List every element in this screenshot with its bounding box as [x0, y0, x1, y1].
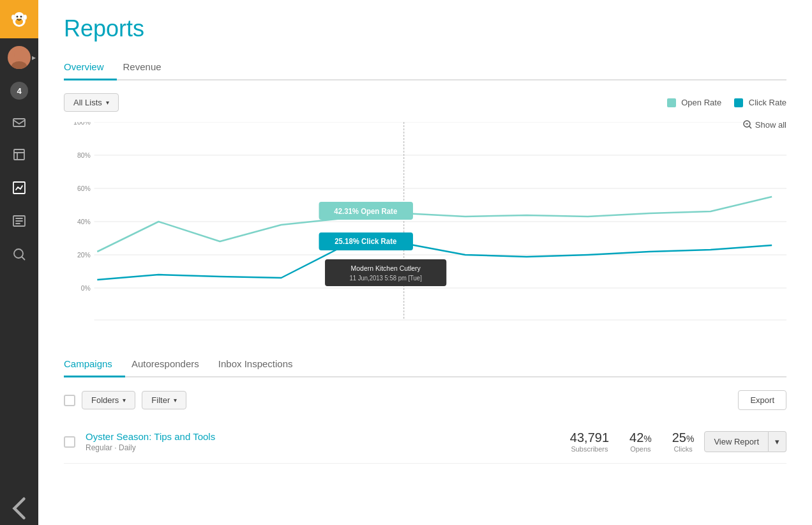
lists-icon	[11, 213, 27, 229]
svg-point-2	[15, 19, 23, 25]
page-title: Reports	[64, 0, 786, 55]
all-lists-label: All Lists	[73, 98, 102, 107]
subscribers-stat: 43,791 Subscribers	[570, 430, 609, 453]
campaign-controls: Folders ▾ Filter ▾ Export	[64, 390, 786, 410]
select-all-checkbox[interactable]	[64, 395, 75, 406]
campaign-type: Regular · Daily	[86, 443, 560, 452]
view-report-split-button[interactable]: ▾	[769, 431, 786, 452]
sidebar-item-reports[interactable]	[0, 171, 38, 204]
svg-text:20%: 20%	[77, 251, 91, 259]
tab-revenue[interactable]: Revenue	[123, 55, 174, 80]
show-all-label: Show all	[755, 120, 786, 130]
click-rate-label: Click Rate	[749, 98, 786, 107]
sidebar-item-search[interactable]	[0, 238, 38, 271]
filter-chevron-icon: ▾	[174, 397, 177, 404]
svg-point-3	[17, 16, 19, 18]
svg-text:11 Jun,2013 5:58 pm [Tue]: 11 Jun,2013 5:58 pm [Tue]	[350, 275, 423, 282]
open-rate-dot	[667, 98, 676, 107]
sidebar-item-lists[interactable]	[0, 204, 38, 238]
sidebar-item-templates[interactable]	[0, 138, 38, 171]
sidebar-collapse[interactable]	[0, 492, 38, 525]
svg-text:40%: 40%	[77, 218, 91, 225]
campaign-info: Oyster Season: Tips and Tools Regular · …	[86, 431, 560, 452]
sidebar: ▶ 4	[0, 0, 38, 525]
folders-dropdown[interactable]: Folders ▾	[82, 391, 135, 409]
svg-rect-9	[13, 119, 25, 126]
avatar-image	[8, 46, 31, 69]
svg-point-4	[20, 16, 22, 18]
click-rate-dot	[734, 98, 743, 107]
tab-campaigns[interactable]: Campaigns	[64, 352, 125, 377]
overview-tabs: Overview Revenue	[64, 55, 786, 80]
opens-count: 42%	[629, 430, 652, 445]
reports-icon	[11, 180, 27, 195]
campaign-tabs: Campaigns Autoresponders Inbox Inspectio…	[64, 352, 786, 377]
opens-stat: 42% Opens	[629, 430, 652, 453]
clicks-label: Clicks	[672, 445, 695, 453]
opens-label: Opens	[629, 445, 652, 453]
svg-text:25.18% Click Rate: 25.18% Click Rate	[335, 237, 396, 245]
campaigns-icon	[11, 114, 27, 129]
split-chevron-icon: ▾	[775, 437, 779, 446]
svg-point-6	[23, 15, 27, 20]
svg-text:42.31% Open Rate: 42.31% Open Rate	[334, 207, 397, 215]
svg-text:Modern Kitchen Cutlery: Modern Kitchen Cutlery	[351, 264, 421, 272]
show-all-button[interactable]: Show all	[742, 119, 786, 130]
line-chart: 100% 80% 60% 40% 20% 0% 42.31% Open Rate	[64, 122, 786, 326]
filter-dropdown[interactable]: Filter ▾	[142, 391, 186, 409]
subscribers-count: 43,791	[570, 430, 609, 445]
svg-text:60%: 60%	[77, 185, 91, 192]
chevron-down-icon: ▾	[106, 99, 109, 106]
campaign-name[interactable]: Oyster Season: Tips and Tools	[86, 431, 560, 442]
svg-point-8	[11, 61, 27, 69]
tab-overview[interactable]: Overview	[64, 55, 117, 80]
notifications-badge[interactable]: 4	[0, 77, 38, 105]
chart-area: Show all 100% 80% 60% 40% 20% 0%	[64, 122, 786, 333]
svg-text:100%: 100%	[73, 122, 91, 126]
zoom-out-icon	[742, 119, 753, 130]
folders-chevron-icon: ▾	[123, 397, 126, 404]
table-row: Oyster Season: Tips and Tools Regular · …	[64, 420, 786, 464]
chart-legend: Open Rate Click Rate	[667, 98, 786, 108]
clicks-count: 25%	[672, 430, 695, 445]
sidebar-item-campaigns[interactable]	[0, 105, 38, 138]
logo-icon	[8, 8, 31, 31]
svg-text:80%: 80%	[77, 151, 91, 159]
badge-count: 4	[10, 82, 28, 100]
tab-autoresponders[interactable]: Autoresponders	[132, 352, 212, 377]
main-content: Reports Overview Revenue All Lists ▾ Ope…	[38, 0, 812, 525]
legend-open-rate: Open Rate	[667, 98, 722, 108]
legend-click-rate: Click Rate	[734, 98, 786, 108]
folders-label: Folders	[91, 395, 119, 405]
clicks-stat: 25% Clicks	[672, 430, 695, 453]
svg-point-7	[14, 50, 24, 60]
view-report-button[interactable]: View Report	[704, 431, 769, 452]
svg-rect-10	[14, 149, 24, 160]
row-checkbox[interactable]	[64, 436, 75, 448]
svg-rect-35	[325, 259, 446, 286]
svg-point-5	[11, 15, 15, 20]
avatar-chevron-icon: ▶	[32, 55, 36, 61]
subscribers-label: Subscribers	[570, 445, 609, 453]
export-button[interactable]: Export	[738, 390, 786, 410]
campaign-stats: 43,791 Subscribers 42% Opens 25% Clicks	[570, 430, 695, 453]
all-lists-dropdown[interactable]: All Lists ▾	[64, 93, 119, 112]
view-report-group: View Report ▾	[704, 431, 786, 452]
svg-text:0%: 0%	[81, 284, 91, 292]
chart-controls: All Lists ▾ Open Rate Click Rate	[64, 93, 786, 112]
filter-label: Filter	[151, 395, 170, 405]
tab-inbox-inspections[interactable]: Inbox Inspections	[218, 352, 306, 377]
templates-icon	[11, 147, 27, 162]
app-logo	[0, 0, 38, 38]
collapse-icon	[0, 489, 38, 525]
search-icon	[11, 247, 27, 262]
avatar-placeholder	[8, 46, 31, 69]
open-rate-label: Open Rate	[681, 98, 721, 107]
user-avatar[interactable]: ▶	[0, 38, 38, 77]
